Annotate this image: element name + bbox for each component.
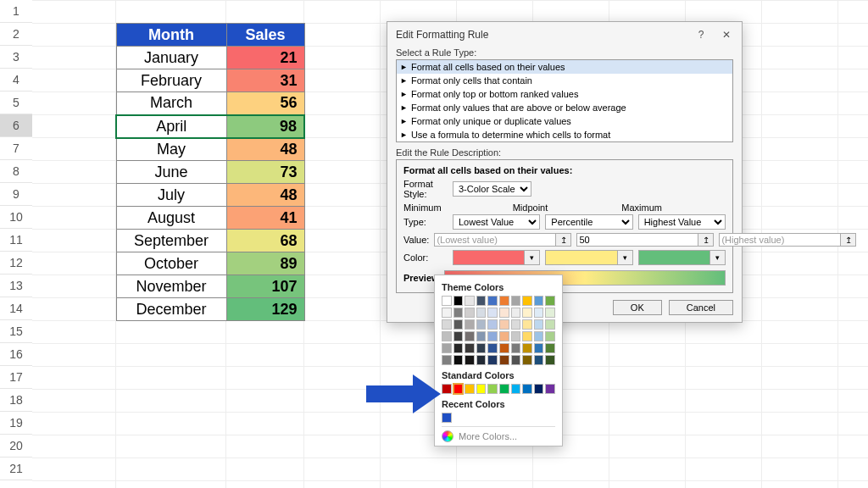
sales-cell[interactable]: 56 [226, 92, 304, 115]
color-swatch[interactable] [545, 343, 555, 353]
color-swatch[interactable] [476, 343, 487, 353]
color-swatch[interactable] [534, 355, 544, 365]
month-cell[interactable]: September [116, 230, 226, 252]
color-swatch[interactable] [453, 319, 464, 330]
midpoint-value-input[interactable] [576, 233, 698, 247]
color-swatch[interactable] [511, 384, 521, 394]
color-swatch[interactable] [453, 331, 464, 341]
range-picker-icon[interactable]: ↥ [841, 233, 856, 247]
color-swatch[interactable] [442, 319, 452, 330]
month-cell[interactable]: July [116, 184, 226, 207]
color-swatch[interactable] [487, 296, 498, 306]
sales-cell[interactable]: 68 [226, 230, 304, 252]
color-swatch[interactable] [499, 319, 509, 330]
color-swatch[interactable] [499, 355, 509, 365]
table-row[interactable]: April98 [116, 115, 304, 138]
rule-type-item[interactable]: ►Format all cells based on their values [397, 60, 732, 74]
row-header[interactable]: 10 [0, 206, 32, 229]
help-button[interactable]: ? [694, 29, 708, 41]
color-swatch[interactable] [476, 308, 487, 318]
dialog-titlebar[interactable]: Edit Formatting Rule ? ✕ [387, 22, 742, 46]
row-header[interactable]: 6 [0, 114, 32, 137]
month-cell[interactable]: March [116, 92, 226, 115]
color-swatch[interactable] [499, 331, 509, 341]
color-swatch[interactable] [487, 331, 498, 341]
color-swatch[interactable] [476, 384, 487, 394]
sales-cell[interactable]: 98 [226, 115, 304, 138]
color-swatch[interactable] [534, 319, 544, 330]
color-swatch[interactable] [545, 296, 555, 306]
color-swatch[interactable] [487, 384, 498, 394]
row-header[interactable]: 19 [0, 412, 32, 435]
row-header[interactable]: 11 [0, 229, 32, 252]
close-button[interactable]: ✕ [720, 29, 733, 41]
rule-type-item[interactable]: ►Use a formula to determine which cells … [397, 128, 732, 141]
color-swatch[interactable] [534, 308, 544, 318]
color-swatch[interactable] [442, 331, 452, 341]
maximum-color-select[interactable]: ▾ [638, 250, 726, 265]
midpoint-type-select[interactable]: Percentile [545, 214, 632, 230]
month-cell[interactable]: June [116, 161, 226, 184]
format-style-select[interactable]: 3-Color Scale [453, 181, 531, 197]
rule-type-item[interactable]: ►Format only values that are above or be… [397, 101, 732, 114]
rule-type-item[interactable]: ►Format only cells that contain [397, 74, 732, 87]
color-swatch[interactable] [522, 331, 532, 341]
sales-cell[interactable]: 48 [226, 184, 304, 207]
color-swatch[interactable] [545, 384, 555, 394]
row-header[interactable]: 20 [0, 435, 32, 458]
row-header[interactable]: 15 [0, 320, 32, 343]
month-cell[interactable]: May [116, 138, 226, 161]
row-header[interactable]: 12 [0, 252, 32, 274]
range-picker-icon[interactable]: ↥ [556, 233, 571, 247]
table-row[interactable]: February31 [116, 69, 304, 92]
color-swatch[interactable] [453, 296, 464, 306]
color-swatch[interactable] [465, 384, 475, 394]
color-swatch[interactable] [442, 355, 452, 365]
color-swatch[interactable] [499, 384, 509, 394]
color-swatch[interactable] [545, 308, 555, 318]
more-colors-button[interactable]: More Colors... [442, 426, 555, 442]
color-swatch[interactable] [476, 331, 487, 341]
sales-cell[interactable]: 89 [226, 252, 304, 275]
minimum-color-select[interactable]: ▾ [453, 250, 540, 265]
month-cell[interactable]: December [116, 298, 226, 321]
color-swatch[interactable] [453, 343, 464, 353]
color-swatch[interactable] [545, 355, 555, 365]
row-header[interactable]: 17 [0, 366, 32, 389]
color-swatch[interactable] [522, 308, 532, 318]
color-swatch[interactable] [534, 384, 544, 394]
midpoint-color-select[interactable]: ▾ [545, 250, 632, 265]
sales-cell[interactable]: 21 [226, 47, 304, 69]
color-swatch[interactable] [511, 296, 521, 306]
row-header[interactable]: 4 [0, 69, 32, 92]
color-swatch[interactable] [465, 343, 475, 353]
sales-cell[interactable]: 31 [226, 69, 304, 92]
color-swatch[interactable] [545, 331, 555, 341]
color-swatch[interactable] [476, 319, 487, 330]
cancel-button[interactable]: Cancel [669, 300, 733, 315]
rule-type-item[interactable]: ►Format only top or bottom ranked values [397, 87, 732, 101]
row-header[interactable]: 9 [0, 183, 32, 206]
table-row[interactable]: December129 [116, 298, 304, 321]
color-swatch[interactable] [511, 308, 521, 318]
month-cell[interactable]: February [116, 69, 226, 92]
color-swatch[interactable] [534, 331, 544, 341]
color-swatch[interactable] [453, 308, 464, 318]
range-picker-icon[interactable]: ↥ [698, 233, 714, 247]
sales-cell[interactable]: 41 [226, 207, 304, 230]
row-header[interactable]: 1 [0, 0, 32, 23]
table-row[interactable]: January21 [116, 47, 304, 69]
row-header[interactable]: 7 [0, 137, 32, 160]
color-swatch[interactable] [511, 355, 521, 365]
row-header[interactable]: 18 [0, 389, 32, 412]
row-header[interactable]: 8 [0, 160, 32, 183]
color-swatch[interactable] [442, 296, 452, 306]
row-header[interactable]: 13 [0, 274, 32, 297]
color-swatch[interactable] [487, 343, 498, 353]
color-swatch[interactable] [465, 319, 475, 330]
month-cell[interactable]: October [116, 252, 226, 275]
month-cell[interactable]: November [116, 275, 226, 298]
rule-type-item[interactable]: ►Format only unique or duplicate values [397, 114, 732, 128]
table-row[interactable]: July48 [116, 184, 304, 207]
color-swatch[interactable] [522, 296, 532, 306]
